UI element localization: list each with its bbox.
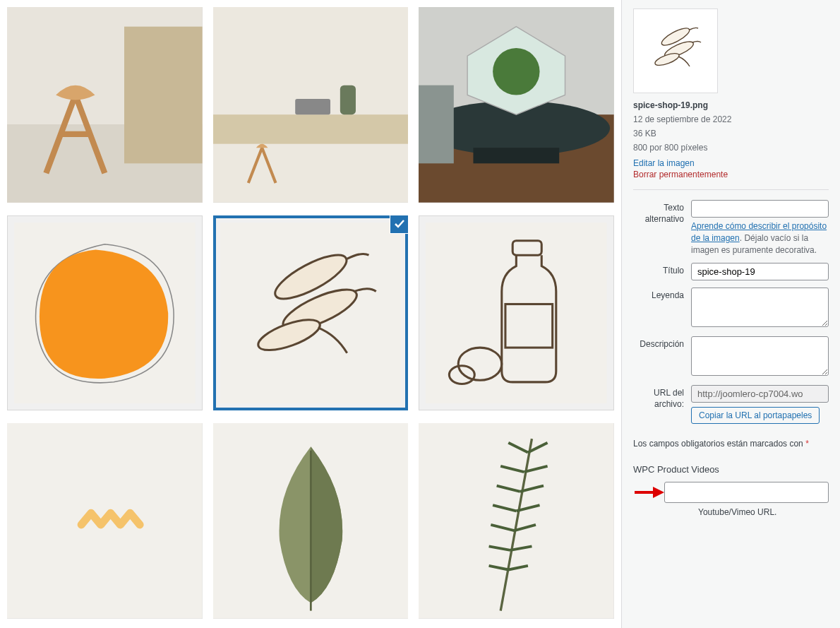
thumb-stool-photo	[7, 7, 203, 203]
media-library-grid[interactable]	[0, 0, 621, 628]
svg-rect-6	[295, 99, 330, 114]
media-item-desk[interactable]	[213, 7, 409, 203]
video-url-input[interactable]	[664, 482, 829, 503]
attachment-filename: spice-shop-19.png	[633, 99, 829, 112]
media-item-terrarium[interactable]	[419, 7, 614, 203]
media-item-stool[interactable]	[7, 7, 203, 203]
thumb-leaf-photo	[213, 423, 409, 619]
delete-permanently-link[interactable]: Borrar permanentemente	[633, 170, 829, 179]
thumb-spice-preview-icon	[640, 16, 711, 86]
media-item-orange-blob[interactable]	[7, 215, 203, 411]
attachment-date: 12 de septiembre de 2022	[633, 113, 829, 126]
media-item-bottle-sketch[interactable]	[419, 215, 614, 411]
thumb-orange-blob	[7, 215, 203, 411]
selected-check-icon	[390, 215, 408, 233]
video-url-hint: Youtube/Vimeo URL.	[698, 507, 829, 517]
description-label: Descripción	[633, 336, 691, 350]
caption-label: Leyenda	[633, 288, 691, 302]
title-label: Título	[633, 263, 691, 277]
media-item-leaf[interactable]	[213, 423, 409, 619]
wpc-section-title: WPC Product Videos	[633, 464, 829, 475]
svg-rect-2	[124, 27, 203, 164]
alt-help-text: Aprende cómo describir el propósito de l…	[691, 220, 829, 256]
alt-text-label: Texto alternativo	[633, 200, 691, 225]
svg-point-12	[493, 48, 539, 95]
attachment-filesize: 36 KB	[633, 127, 829, 140]
thumb-terrarium-photo	[419, 7, 614, 203]
media-item-rosemary[interactable]	[419, 423, 614, 619]
required-asterisk-icon: *	[805, 439, 809, 449]
svg-rect-19	[426, 223, 607, 404]
copy-url-button[interactable]: Copiar la URL al portapapeles	[691, 407, 820, 424]
svg-rect-4	[213, 114, 409, 144]
edit-image-link[interactable]: Editar la imagen	[633, 158, 695, 168]
thumb-desk-photo	[213, 7, 409, 203]
required-fields-note: Los campos obligatorios están marcados c…	[633, 438, 829, 450]
caption-textarea[interactable]	[691, 288, 829, 327]
media-item-zigzag[interactable]	[7, 423, 203, 619]
title-input[interactable]	[691, 263, 829, 280]
thumb-spice-sketch	[213, 215, 409, 411]
svg-rect-13	[419, 85, 454, 164]
media-item-spice-sketch[interactable]	[213, 215, 409, 411]
file-url-label: URL del archivo:	[633, 385, 691, 410]
svg-rect-5	[340, 85, 355, 115]
alt-text-input[interactable]	[691, 200, 829, 218]
attachment-dimensions: 800 por 800 píxeles	[633, 141, 829, 154]
description-textarea[interactable]	[691, 336, 829, 376]
thumb-bottle-sketch	[419, 215, 614, 411]
thumb-rosemary-photo	[419, 423, 614, 619]
red-arrow-icon	[633, 485, 664, 499]
thumb-zigzag-pattern	[7, 423, 203, 619]
attachment-thumbnail	[633, 8, 718, 93]
file-url-input[interactable]	[691, 385, 829, 403]
attachment-details-sidebar: spice-shop-19.png 12 de septiembre de 20…	[621, 0, 840, 628]
svg-rect-10	[474, 148, 560, 163]
svg-marker-48	[653, 487, 664, 498]
